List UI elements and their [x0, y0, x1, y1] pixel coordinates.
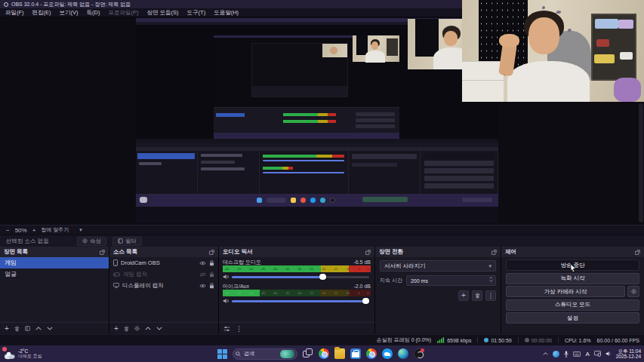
move-source-up-button[interactable]	[145, 327, 151, 330]
date: 2025-12-24	[616, 354, 641, 359]
preview-scrollbar[interactable]	[639, 103, 643, 222]
source-row-droidcam[interactable]: DroidCam OBS	[109, 257, 218, 268]
scene-item-face[interactable]: 얼굴	[0, 268, 109, 280]
person-body	[507, 61, 589, 102]
mixer-dock-title: 오디오 믹서	[223, 248, 253, 256]
menu-help[interactable]: 도움말(H)	[214, 9, 239, 17]
move-scene-up-button[interactable]	[35, 327, 42, 330]
studio-mode-button[interactable]: 스튜디오 모드	[506, 299, 639, 311]
spin-up-icon	[489, 277, 493, 279]
transitions-dock: 장면 전환 서서히 사라지기 ▾ 지속 시간 200 ms	[375, 247, 501, 334]
butterfly-decal	[542, 6, 545, 9]
advanced-audio-icon[interactable]	[223, 326, 230, 332]
microsoft-store-icon[interactable]	[350, 348, 361, 359]
menu-profile[interactable]: 프로파일(P)	[109, 9, 139, 17]
stream-time: 01:50:59	[491, 338, 511, 343]
weather-widget[interactable]: -2°C 대체로 흐림	[4, 349, 42, 359]
transitions-dock-title: 장면 전환	[379, 248, 403, 256]
dock-popout-icon[interactable]	[100, 250, 105, 255]
keyboard-icon[interactable]	[573, 351, 581, 357]
duration-input[interactable]: 200 ms	[406, 275, 496, 286]
obs-taskbar-icon[interactable]	[414, 348, 424, 359]
mixer-menu-button[interactable]: ⋮	[236, 325, 242, 333]
move-scene-down-button[interactable]	[47, 327, 53, 330]
lock-icon[interactable]	[209, 260, 214, 266]
dock-popout-icon[interactable]	[209, 250, 214, 255]
add-transition-button[interactable]: +	[458, 290, 469, 301]
cpu-usage: CPU: 1.6%	[565, 338, 591, 343]
microphone-icon[interactable]	[564, 351, 569, 357]
ime-mode-indicator[interactable]: A	[585, 351, 589, 357]
remove-source-button[interactable]	[124, 326, 129, 332]
transition-select[interactable]: 서서히 사라지기 ▾	[380, 260, 496, 272]
start-virtual-camera-button[interactable]: 가상 카메라 시작	[506, 286, 625, 297]
bitrate: 6598 kbps	[447, 338, 471, 343]
speaker-icon[interactable]	[605, 351, 612, 357]
cast-screen-icon[interactable]	[594, 351, 601, 357]
speaker-icon[interactable]	[223, 298, 229, 304]
fit-to-window-dropdown[interactable]: 창에 맞추기 ▾	[41, 226, 82, 234]
storage-shelf	[591, 14, 636, 81]
speaker-icon[interactable]	[223, 274, 229, 280]
chrome-icon[interactable]	[319, 348, 329, 359]
source-toolbar: 선택된 소스 없음 속성 필터	[0, 235, 644, 247]
dock-popout-icon[interactable]	[365, 250, 371, 255]
start-button[interactable]	[217, 349, 227, 359]
edge-icon[interactable]	[398, 348, 408, 359]
eye-icon[interactable]	[199, 284, 206, 288]
stop-streaming-button[interactable]: 방송 중단	[506, 259, 639, 271]
file-explorer-icon[interactable]	[334, 348, 345, 359]
sources-dock-title: 소스 목록	[113, 248, 137, 256]
eye-off-icon[interactable]	[199, 272, 206, 277]
volume-slider[interactable]	[232, 276, 369, 278]
menu-edit[interactable]: 편집(E)	[32, 9, 51, 17]
source-properties-button[interactable]	[134, 326, 140, 331]
search-highlight-image	[280, 350, 294, 358]
search-input[interactable]: 검색	[233, 348, 297, 360]
transition-menu-button[interactable]: ⋮	[485, 290, 496, 301]
menu-docks[interactable]: 독(D)	[87, 9, 100, 17]
add-source-button[interactable]: +	[114, 325, 119, 333]
controls-dock: 제어 방송 중단 녹화 시작 가상 카메라 시작 스튜디오 모드 설정	[501, 247, 644, 334]
start-recording-button[interactable]: 녹화 시작	[506, 273, 639, 284]
tray-expand-icon[interactable]	[543, 352, 548, 355]
mixer-toolbar: ⋮	[219, 322, 374, 334]
settings-button[interactable]: 설정	[506, 312, 639, 324]
add-scene-button[interactable]: +	[5, 325, 9, 333]
menu-scene-collection[interactable]: 장면 모음(S)	[147, 9, 179, 17]
gear-icon	[82, 238, 88, 244]
move-source-down-button[interactable]	[156, 327, 162, 330]
source-row-display-capture[interactable]: 디스플레이 캡처	[109, 280, 218, 291]
white-drawers	[462, 61, 504, 102]
scenes-toolbar: +	[0, 322, 109, 334]
virtual-camera-settings-button[interactable]	[627, 286, 639, 297]
dock-area: 장면 목록 게임 얼굴 + 소스 목록 DroidCam OBS	[0, 247, 644, 334]
menu-view[interactable]: 보기(V)	[60, 9, 79, 17]
dock-popout-icon[interactable]	[635, 250, 640, 255]
volume-slider[interactable]	[232, 300, 369, 302]
lock-icon[interactable]	[209, 272, 214, 278]
onedrive-icon[interactable]	[553, 351, 559, 357]
remove-transition-button[interactable]	[472, 290, 482, 301]
menu-file[interactable]: 파일(F)	[5, 9, 24, 17]
browser-icon-2[interactable]	[366, 348, 377, 359]
scenes-dock-title: 장면 목록	[4, 248, 28, 256]
eye-icon[interactable]	[199, 261, 206, 265]
scene-filters-button[interactable]	[25, 326, 30, 331]
zoom-out-button[interactable]: −	[6, 227, 10, 234]
filters-button[interactable]: 필터	[112, 237, 142, 246]
mouse-cursor	[570, 263, 577, 272]
menu-tools[interactable]: 도구(T)	[187, 9, 206, 17]
taskbar-clock[interactable]: 오후 11:04 2025-12-24	[616, 348, 641, 359]
scene-item-game[interactable]: 게임	[0, 257, 109, 268]
task-view-button[interactable]	[303, 348, 313, 359]
lock-icon[interactable]	[209, 283, 214, 289]
chevron-down-icon: ▾	[488, 263, 491, 269]
properties-button[interactable]: 속성	[77, 237, 106, 246]
remove-scene-button[interactable]	[14, 326, 20, 332]
twitter-icon[interactable]	[382, 348, 393, 359]
zoom-in-button[interactable]: +	[32, 227, 36, 234]
dock-popout-icon[interactable]	[491, 250, 497, 255]
source-row-game-capture[interactable]: 게임 캡처	[109, 268, 218, 280]
sources-dock: 소스 목록 DroidCam OBS 게임 캡처 디스플레이 캡처	[109, 247, 219, 334]
